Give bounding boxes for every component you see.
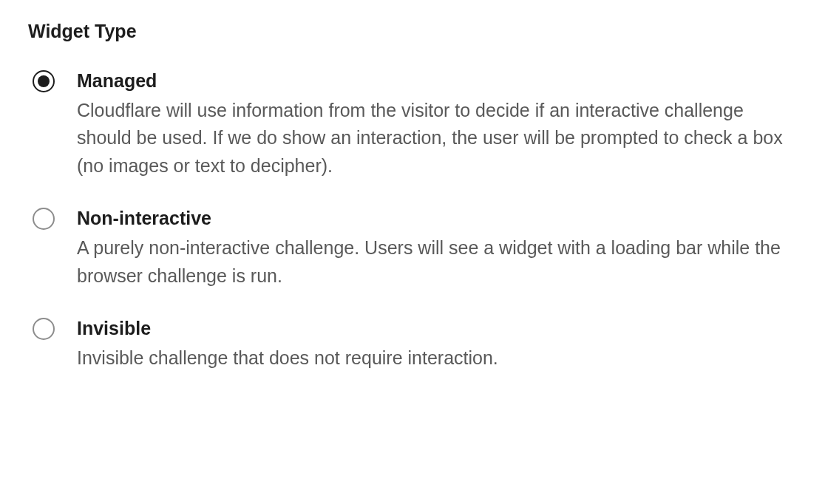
radio-circle-icon: [33, 208, 55, 230]
radio-circle-icon: [33, 318, 55, 340]
widget-type-section: Widget Type Managed Cloudflare will use …: [0, 0, 825, 392]
radio-option-invisible[interactable]: Invisible Invisible challenge that does …: [33, 316, 797, 372]
section-title: Widget Type: [28, 21, 797, 42]
radio-description-managed: Cloudflare will use information from the…: [77, 97, 794, 180]
radio-label-invisible: Invisible: [77, 316, 794, 341]
radio-content: Managed Cloudflare will use information …: [77, 69, 794, 180]
radio-description-non-interactive: A purely non-interactive challenge. User…: [77, 234, 794, 290]
radio-option-managed[interactable]: Managed Cloudflare will use information …: [33, 69, 797, 180]
radio-option-non-interactive[interactable]: Non-interactive A purely non-interactive…: [33, 206, 797, 290]
radio-label-managed: Managed: [77, 69, 794, 94]
radio-label-non-interactive: Non-interactive: [77, 206, 794, 231]
radio-content: Non-interactive A purely non-interactive…: [77, 206, 794, 290]
radio-content: Invisible Invisible challenge that does …: [77, 316, 794, 372]
radio-circle-icon: [33, 70, 55, 92]
widget-type-radio-group: Managed Cloudflare will use information …: [28, 69, 797, 372]
radio-description-invisible: Invisible challenge that does not requir…: [77, 344, 794, 372]
